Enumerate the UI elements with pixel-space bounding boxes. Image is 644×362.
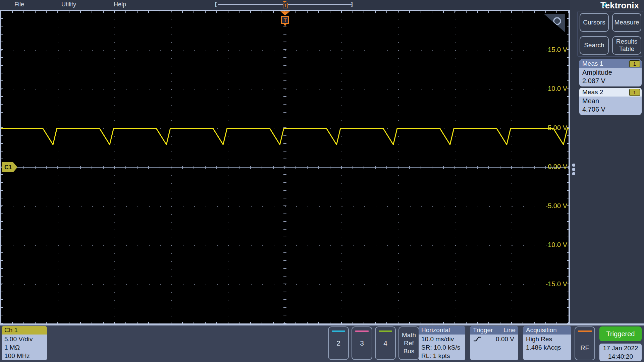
drag-dot-icon	[572, 168, 575, 171]
math-ref-bus-label: Math	[402, 331, 416, 339]
measurement-header[interactable]: Meas 21	[579, 88, 642, 97]
menu-help[interactable]: Help	[114, 1, 126, 8]
trigger-source-text: Line	[503, 326, 516, 335]
measurement-source-badge: 1	[629, 60, 640, 67]
oscilloscope-screen: FileUtilityHelp [ ] T 15.0 V10.0 V5.00 V…	[0, 0, 644, 362]
math-ref-bus-label: Ref	[404, 339, 414, 347]
measurement-type: Amplitude	[582, 68, 639, 77]
text-line: 100 MHz	[4, 352, 44, 360]
results-table-button[interactable]: Results Table	[612, 36, 641, 55]
axis-label: 10.0 V	[527, 85, 567, 93]
measurement-value: 2.087 V	[582, 77, 639, 85]
text-line: SR: 10.0 kS/s	[421, 343, 463, 352]
trigger-flag[interactable]: T	[281, 16, 289, 24]
axis-label: 15.0 V	[527, 46, 567, 54]
right-panel-divider	[580, 11, 580, 323]
channel4-button[interactable]: 4	[375, 326, 396, 360]
horizontal-title: Horizontal	[419, 326, 465, 335]
acquisition-settings-badge[interactable]: Acquisition High Res1.486 kAcqs	[523, 326, 571, 360]
trigger-settings-badge[interactable]: Trigger Line 0.00 V	[470, 326, 518, 360]
rising-edge-icon	[473, 336, 482, 343]
horizontal-settings: 10.0 ms/divSR: 10.0 kS/sRL: 1 kpts	[419, 335, 465, 360]
channel3-color-bar	[355, 330, 369, 332]
text-line: 1.486 kAcqs	[526, 343, 569, 352]
panel-drag-handle[interactable]	[572, 164, 576, 177]
tektronix-logo: Tektronix	[582, 0, 639, 10]
channel1-settings: 5.00 V/div1 MΩ100 MHz	[2, 335, 47, 360]
rf-color-bar	[578, 330, 592, 332]
search-button[interactable]: Search	[580, 36, 609, 55]
trigger-position-flag[interactable]: T	[283, 3, 288, 8]
text-line: 17 Jan 2022	[599, 344, 642, 352]
measurement-body: Amplitude2.087 V	[579, 68, 642, 86]
measurement-header[interactable]: Meas 11	[579, 59, 642, 68]
rf-button[interactable]: RF	[575, 326, 595, 360]
math-ref-bus-button[interactable]: MathRefBus	[398, 326, 419, 360]
text-line: 1 MΩ	[4, 343, 44, 352]
channel1-waveform	[1, 11, 569, 323]
waveform-display[interactable]: 15.0 V10.0 V5.00 V0.00 V-5.00 V-10.0 V-1…	[1, 11, 569, 323]
trigger-level-value: 0.00 V	[496, 335, 514, 343]
rf-button-label: RF	[580, 344, 589, 352]
measurement-badge-1[interactable]: Meas 11Amplitude2.087 V	[579, 59, 642, 86]
axis-label: -10.0 V	[527, 241, 567, 249]
axis-label: 0.00 V	[527, 163, 567, 171]
menu-file[interactable]: File	[14, 1, 24, 8]
drag-dot-icon	[572, 164, 575, 167]
axis-label: -5.00 V	[527, 202, 567, 210]
acquisition-title: Acquisition	[523, 326, 571, 335]
measurement-type: Mean	[582, 97, 639, 105]
record-view-right-bracket[interactable]: ]	[351, 1, 353, 8]
menu-utility[interactable]: Utility	[61, 1, 76, 8]
axis-label: 5.00 V	[527, 124, 567, 132]
text-line: 10.0 ms/div	[421, 335, 463, 343]
text-line: 5.00 V/div	[4, 335, 44, 343]
trigger-status-badge: Triggered	[599, 326, 642, 341]
measurement-source-badge: 1	[629, 89, 640, 96]
channel3-button[interactable]: 3	[352, 326, 372, 360]
drag-dot-icon	[572, 172, 575, 175]
horizontal-settings-badge[interactable]: Horizontal 10.0 ms/divSR: 10.0 kS/sRL: 1…	[419, 326, 465, 360]
analysis-buttons: CursorsMeasureSearchResults Table	[580, 13, 641, 55]
channel4-color-bar	[379, 330, 392, 332]
trigger-title-text: Trigger	[473, 326, 493, 335]
measurement-badge-2[interactable]: Meas 21Mean4.706 V	[579, 88, 642, 115]
cursors-button[interactable]: Cursors	[580, 13, 609, 32]
acquisition-settings: High Res1.486 kAcqs	[523, 335, 571, 352]
math-ref-bus-label: Bus	[404, 347, 415, 355]
record-view-left-bracket[interactable]: [	[215, 1, 217, 8]
axis-label: -15.0 V	[527, 280, 567, 288]
menu-bar: FileUtilityHelp [ ] T	[0, 0, 570, 10]
channel4-label: 4	[383, 339, 387, 347]
channel3-label: 3	[360, 339, 364, 347]
text-line: 14:40:20	[599, 352, 642, 361]
datetime-display: 17 Jan 202214:40:20	[599, 344, 642, 361]
text-line: High Res	[526, 335, 569, 343]
measurement-body: Mean4.706 V	[579, 97, 642, 115]
channel2-button[interactable]: 2	[328, 326, 349, 360]
measure-button[interactable]: Measure	[612, 13, 641, 32]
measurement-name: Meas 2	[582, 88, 603, 96]
channel-buttons: 234MathRefBus	[328, 326, 419, 360]
channel1-title: Ch 1	[2, 326, 47, 335]
measurement-name: Meas 1	[582, 60, 603, 67]
trigger-title: Trigger Line	[470, 326, 518, 335]
channel1-settings-badge[interactable]: Ch 1 5.00 V/div1 MΩ100 MHz	[2, 326, 47, 360]
channel2-label: 2	[336, 339, 340, 347]
measurement-value: 4.706 V	[582, 105, 639, 114]
channel2-color-bar	[332, 330, 345, 332]
text-line: RL: 1 kpts	[421, 352, 463, 360]
